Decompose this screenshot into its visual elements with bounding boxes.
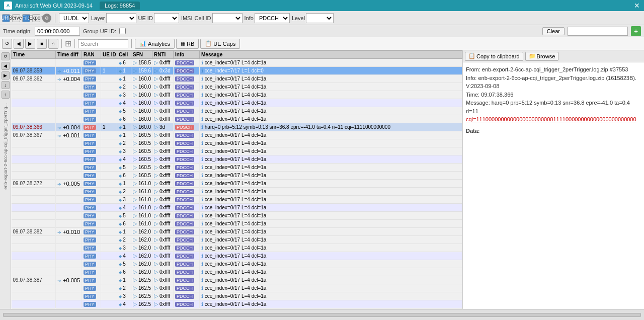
logs-tab[interactable]: Logs: 98854 <box>100 2 140 10</box>
table-row[interactable]: PHY◆ 2▷ 160.0▷ 0xffffPDCCHℹ cce_index=0/… <box>12 83 462 91</box>
analytics-button[interactable]: 📊 Analytics <box>135 39 175 49</box>
back-button[interactable]: ◀ <box>14 39 24 49</box>
table-row[interactable]: PHY◆ 2▷ 162.5▷ 0xffffPDCCHℹ cce_index=0/… <box>12 284 462 292</box>
table-row[interactable]: PHY◆ 4▷ 162.0▷ 0xffffPDCCHℹ cce_index=0/… <box>12 252 462 260</box>
cell-sfn: ▷ 160.0 <box>131 107 152 115</box>
table-row[interactable]: PHY◆ 3▷ 160.5▷ 0xffffPDCCHℹ cce_index=0/… <box>12 147 462 155</box>
ue-id-select[interactable] <box>154 13 179 23</box>
table-scroll[interactable]: Time Time diff RAN UE ID Cell SFN RNTI I… <box>11 50 462 309</box>
cell-time <box>12 284 56 292</box>
cell-sfn: ▷ 162.0 <box>131 252 152 260</box>
table-row[interactable]: 09.07.38.362➔ +0.004PHY◆ 1▷ 160.0▷ 0xfff… <box>12 75 462 83</box>
rb-button[interactable]: ▦ RB <box>176 39 199 49</box>
table-row[interactable]: PHY◆ 6▷ 158.5▷ 0xffffPDCCHℹ cce_index=0/… <box>12 59 462 67</box>
cell-time-diff <box>56 204 82 212</box>
close-icon[interactable]: ✕ <box>634 2 640 10</box>
table-row[interactable]: PHY◆ 2▷ 162.0▷ 0xffffPDCCHℹ cce_index=0/… <box>12 236 462 244</box>
sidebar-btn-2[interactable]: ◀ <box>2 62 10 70</box>
time-origin-label: Time origin: <box>3 28 32 34</box>
cell-sfn: ▷ 161.0 <box>131 196 152 204</box>
cell-cell: ◆ 6 <box>117 220 131 228</box>
grid-icon[interactable]: ⊞ <box>65 39 71 48</box>
table-row[interactable]: PHY◆ 6▷ 160.5▷ 0xffffPDCCHℹ cce_index=0/… <box>12 172 462 180</box>
table-row[interactable]: PHY◆ 5▷ 162.0▷ 0xffffPDCCHℹ cce_index=0/… <box>12 260 462 268</box>
clear-button[interactable]: Clear <box>542 27 565 35</box>
level-select[interactable] <box>306 13 334 23</box>
cell-ran: PHY <box>82 83 101 91</box>
cell-rnti: ▷ 0xffff <box>152 115 174 123</box>
imsi-label: IMSI <box>181 15 193 21</box>
table-row[interactable]: 09.07.38.358➔ +0.011PHY1◆ 1▷ 159.6▷ 0x3d… <box>12 67 462 75</box>
message-detail-line: Message: harq=0 prb=5:12 symb=0:13 snr=3… <box>466 99 641 115</box>
main-toolbar: URL Server File Export ⚙ UL/DL Layer UE … <box>0 11 644 25</box>
layer-select[interactable] <box>106 13 136 23</box>
cell-rnti: ▷ 0xffff <box>152 292 174 300</box>
cell-ran: PHY <box>82 131 101 139</box>
refresh-button[interactable]: ↺ <box>2 39 12 49</box>
table-row[interactable]: PHY◆ 3▷ 162.5▷ 0xffffPDCCHℹ cce_index=0/… <box>12 292 462 300</box>
table-row[interactable]: PHY◆ 5▷ 161.0▷ 0xffffPDCCHℹ cce_index=0/… <box>12 212 462 220</box>
sidebar-btn-3[interactable]: ▶ <box>2 71 10 79</box>
sidebar-btn-4[interactable]: ↓ <box>2 81 10 89</box>
time-origin-input[interactable] <box>35 27 80 36</box>
copy-to-clipboard-button[interactable]: 📋 Copy to clipboard <box>465 52 523 61</box>
cell-message: ℹ cce_index=0/17 L=4 dcl=1a <box>200 196 462 204</box>
table-row[interactable]: PHY◆ 5▷ 160.5▷ 0xffffPDCCHℹ cce_index=0/… <box>12 164 462 172</box>
filter-input[interactable] <box>568 27 628 36</box>
cell-sfn: ▷ 160.0 <box>131 123 152 131</box>
time-toolbar: Time origin: Group UE ID: Clear + <box>0 25 644 37</box>
sidebar-btn-1[interactable]: ↺ <box>2 52 10 60</box>
cell-info: PDCCH <box>174 236 200 244</box>
table-row[interactable]: PHY◆ 6▷ 161.0▷ 0xffffPDCCHℹ cce_index=0/… <box>12 220 462 228</box>
table-row[interactable]: PHY◆ 3▷ 160.0▷ 0xffffPDCCHℹ cce_index=0/… <box>12 91 462 99</box>
cell-sfn: ▷ 162.0 <box>131 268 152 276</box>
scroll-track[interactable] <box>3 313 641 317</box>
table-row[interactable]: PHY◆ 4▷ 162.5▷ 0xffffPDCCHℹ cce_index=0/… <box>12 300 462 308</box>
cell-time-diff <box>56 155 82 164</box>
nav-export-btn[interactable]: Export <box>32 14 40 22</box>
table-row[interactable]: PHY◆ 3▷ 161.0▷ 0xffffPDCCHℹ cce_index=0/… <box>12 196 462 204</box>
cell-time: 09.07.38.387 <box>12 276 56 284</box>
table-row[interactable]: PHY◆ 3▷ 162.0▷ 0xffffPDCCHℹ cce_index=0/… <box>12 244 462 252</box>
mode-select[interactable]: UL/DL <box>59 13 89 23</box>
cell-message: ℹ cce_index=0/17 L=4 dcl=1a <box>200 284 462 292</box>
forward-button[interactable]: ▶ <box>25 39 35 49</box>
cell-ue-id <box>101 59 117 67</box>
cell-cell: ◆ 5 <box>117 164 131 172</box>
cell-time <box>12 164 56 172</box>
cell-cell: ◆ 3 <box>117 147 131 155</box>
cell-id-select[interactable] <box>212 13 243 23</box>
cell-message: ℹ harq=0 prb=5:12 symb=0:13 snr=36.8 epr… <box>200 123 462 131</box>
table-row[interactable]: PHY◆ 2▷ 160.5▷ 0xffffPDCCHℹ cce_index=0/… <box>12 139 462 147</box>
table-row[interactable]: PHY◆ 5▷ 160.0▷ 0xffffPDCCHℹ cce_index=0/… <box>12 107 462 115</box>
search-input[interactable] <box>78 39 128 48</box>
sidebar-btn-5[interactable]: ↑ <box>2 91 10 99</box>
cell-cell: ◆ 1 <box>117 67 131 75</box>
ue-caps-button[interactable]: 📋 UE Caps <box>200 39 240 49</box>
cell-info: PDCCH <box>174 115 200 123</box>
info-select[interactable]: PDCCH, P <box>255 13 290 23</box>
group-ue-checkbox[interactable] <box>119 28 126 34</box>
table-row[interactable]: PHY◆ 2▷ 161.0▷ 0xffffPDCCHℹ cce_index=0/… <box>12 188 462 196</box>
table-row[interactable]: PHY◆ 4▷ 161.0▷ 0xffffPDCCHℹ cce_index=0/… <box>12 204 462 212</box>
settings-icon[interactable]: ⚙ <box>42 14 51 23</box>
browse-button[interactable]: 📁 Browse <box>525 52 559 61</box>
cell-info: PDCCH <box>174 188 200 196</box>
stop-button[interactable]: ■ <box>37 39 47 49</box>
add-filter-button[interactable]: + <box>631 26 641 36</box>
table-row[interactable]: 09:07:38.366➔ +0.004PHY1◆ 1▷ 160.0▷ 3dPU… <box>12 123 462 131</box>
table-row[interactable]: PHY◆ 6▷ 162.0▷ 0xffffPDCCHℹ cce_index=0/… <box>12 268 462 276</box>
cell-sfn: ▷ 160.5 <box>131 147 152 155</box>
table-row[interactable]: 09.07.38.382➔ +0.010PHY◆ 1▷ 162.0▷ 0xfff… <box>12 228 462 236</box>
table-row[interactable]: PHY◆ 6▷ 160.0▷ 0xffffPDCCHℹ cce_index=0/… <box>12 115 462 123</box>
home-button[interactable]: ⌂ <box>48 39 58 49</box>
table-row[interactable]: 09.07.38.387➔ +0.005PHY◆ 1▷ 162.5▷ 0xfff… <box>12 276 462 284</box>
cell-info: PDCCH <box>174 83 200 91</box>
table-row[interactable]: 09.07.38.372➔ +0.005PHY◆ 1▷ 161.0▷ 0xfff… <box>12 180 462 188</box>
nav-server-btn[interactable]: Server <box>12 14 20 22</box>
table-row[interactable]: PHY◆ 4▷ 160.5▷ 0xffffPDCCHℹ cce_index=0/… <box>12 155 462 164</box>
table-row[interactable]: PHY◆ 4▷ 160.0▷ 0xffffPDCCHℹ cce_index=0/… <box>12 99 462 107</box>
cell-info: PDCCH <box>174 155 200 164</box>
table-row[interactable]: 09.07.38.367➔ +0.001PHY◆ 1▷ 160.5▷ 0xfff… <box>12 131 462 139</box>
cell-time-diff <box>56 59 82 67</box>
